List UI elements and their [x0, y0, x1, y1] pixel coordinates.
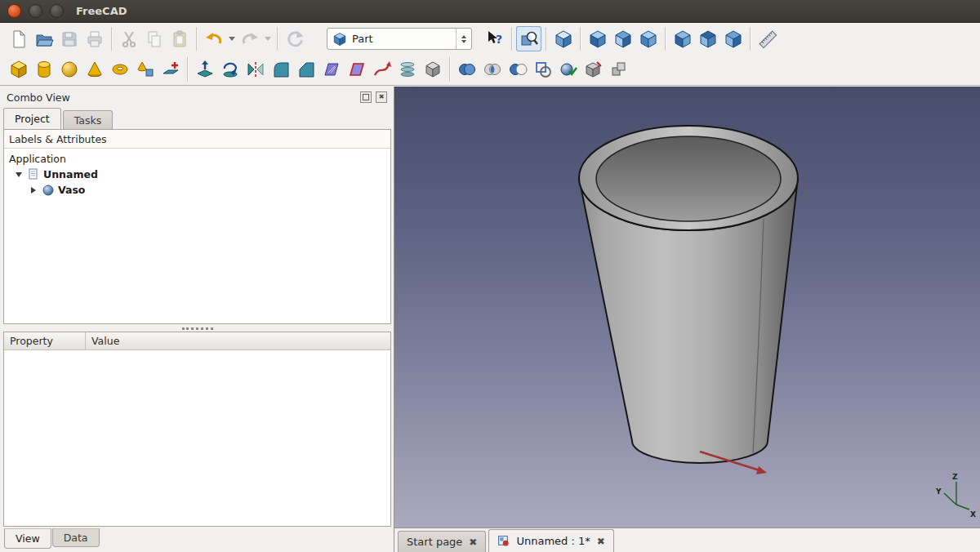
combo-view-close-button[interactable]: ✖ — [376, 91, 387, 103]
cross-sections-button[interactable] — [394, 57, 420, 82]
chamfer-button[interactable] — [293, 57, 318, 82]
splitter-grip-icon — [182, 327, 213, 330]
separator — [111, 27, 112, 51]
undo-button[interactable] — [201, 26, 226, 51]
left-view-button[interactable] — [720, 26, 746, 51]
copy-button[interactable] — [141, 26, 167, 51]
unnamed-tab-label: Unnamed : 1* — [516, 535, 590, 547]
combo-view-panel: Combo View ✖ Project Tasks Labels & Attr… — [0, 87, 394, 552]
tree-item-document[interactable]: Unnamed — [4, 167, 390, 182]
make-compound-icon — [609, 60, 629, 79]
redo-button[interactable] — [237, 26, 262, 51]
window-maximize-button[interactable] — [50, 4, 64, 18]
torus-button[interactable] — [107, 57, 132, 82]
extrude-button[interactable] — [192, 57, 217, 82]
vase-3d-object[interactable] — [579, 126, 798, 463]
workbench-spinner[interactable] — [456, 29, 471, 49]
front-view-icon — [588, 29, 608, 49]
value-column-header: Value — [86, 332, 390, 349]
undo-dropdown[interactable] — [226, 26, 237, 51]
combo-view-float-button[interactable] — [360, 91, 372, 103]
whats-this-button[interactable]: ? — [482, 26, 507, 51]
paste-button[interactable] — [167, 26, 192, 51]
check-geometry-button[interactable] — [555, 57, 581, 82]
tree-item-feature[interactable]: Vaso — [4, 182, 390, 198]
workbench-selector[interactable]: Part — [327, 28, 472, 50]
create-primitives-button[interactable] — [132, 57, 158, 82]
top-view-icon — [613, 29, 633, 49]
shape-builder-button[interactable] — [158, 57, 183, 82]
save-button[interactable] — [56, 26, 82, 51]
tab-unnamed-document[interactable]: Unnamed : 1* ✖ — [488, 529, 613, 552]
chevron-down-icon — [229, 37, 235, 41]
property-editor-frame: Property Value — [3, 332, 391, 527]
mirror-button[interactable] — [243, 57, 268, 82]
revolve-button[interactable] — [217, 57, 243, 82]
front-view-button[interactable] — [585, 26, 610, 51]
loft-button[interactable] — [344, 57, 369, 82]
titlebar: FreeCAD — [0, 0, 980, 23]
axonometric-view-button[interactable] — [550, 26, 576, 51]
redo-dropdown[interactable] — [262, 26, 273, 51]
open-folder-button[interactable] — [31, 26, 56, 51]
tab-data[interactable]: Data — [52, 528, 100, 547]
tree-feature-label: Vaso — [58, 184, 85, 196]
boolean-operation-icon — [533, 60, 553, 79]
bottom-view-button[interactable] — [695, 26, 720, 51]
window-close-button[interactable] — [7, 4, 21, 18]
check-geometry-icon — [559, 60, 578, 79]
make-compound-button[interactable] — [606, 57, 631, 82]
tab-project-label: Project — [15, 113, 50, 125]
print-button[interactable] — [82, 26, 107, 51]
window-minimize-button[interactable] — [29, 4, 42, 18]
box-button[interactable] — [6, 57, 31, 82]
spinner-up-icon — [461, 35, 466, 38]
sphere-button[interactable] — [56, 57, 82, 82]
expander-open-icon[interactable] — [14, 172, 24, 177]
revolve-icon — [220, 60, 240, 79]
tab-tasks-label: Tasks — [74, 114, 102, 127]
close-tab-icon[interactable]: ✖ — [597, 536, 605, 546]
right-view-button[interactable] — [635, 26, 661, 51]
fit-all-button[interactable] — [516, 26, 541, 51]
expander-closed-icon[interactable] — [29, 187, 38, 194]
document-tab-bar: Start page ✖ Unnamed : 1* ✖ — [394, 528, 980, 552]
offset-button[interactable] — [420, 57, 445, 82]
boolean-common-button[interactable] — [479, 57, 505, 82]
close-tab-icon[interactable]: ✖ — [469, 537, 477, 547]
top-view-button[interactable] — [610, 26, 635, 51]
3d-viewport[interactable]: Z Y X — [394, 87, 980, 528]
window-title: FreeCAD — [76, 5, 127, 17]
boolean-union-button[interactable] — [454, 57, 479, 82]
ruled-surface-button[interactable] — [318, 57, 344, 82]
tab-view[interactable]: View — [4, 528, 51, 549]
whats-this-icon: ? — [485, 29, 505, 49]
boolean-cut-button[interactable] — [505, 57, 530, 82]
spinner-down-icon — [461, 40, 466, 43]
tree-application-label: Application — [9, 153, 66, 165]
cone-button[interactable] — [82, 57, 107, 82]
tab-project[interactable]: Project — [3, 108, 61, 129]
labels-attributes-header: Labels & Attributes — [4, 130, 390, 149]
fillet-button[interactable] — [268, 57, 293, 82]
tree-document-label: Unnamed — [43, 168, 98, 180]
defeaturing-button[interactable] — [581, 57, 606, 82]
rear-view-button[interactable] — [670, 26, 695, 51]
tree-root-application[interactable]: Application — [4, 151, 390, 167]
paste-clipboard-icon — [170, 29, 189, 49]
panel-splitter[interactable] — [3, 325, 391, 332]
workbench-selected-label: Part — [352, 33, 373, 45]
property-column-header: Property — [4, 332, 86, 349]
cut-button[interactable] — [116, 26, 141, 51]
offset-icon — [423, 60, 443, 79]
boolean-operation-button[interactable] — [530, 57, 555, 82]
measure-distance-button[interactable] — [755, 26, 780, 51]
new-document-button[interactable] — [6, 26, 31, 51]
sweep-button[interactable] — [369, 57, 394, 82]
box-primitive-icon — [9, 60, 29, 79]
cylinder-button[interactable] — [31, 57, 56, 82]
tab-tasks[interactable]: Tasks — [63, 110, 114, 129]
refresh-button[interactable] — [282, 26, 307, 51]
tab-start-page[interactable]: Start page ✖ — [398, 531, 486, 552]
separator — [665, 27, 666, 51]
